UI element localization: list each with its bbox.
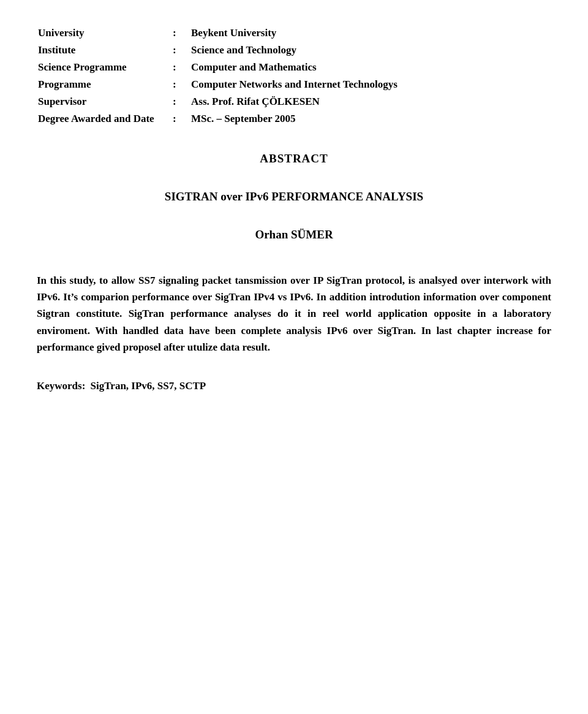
metadata-value: Computer and Mathematics — [190, 59, 551, 76]
metadata-row: Institute:Science and Technology — [37, 42, 551, 59]
metadata-value: Ass. Prof. Rifat ÇÖLKESEN — [190, 93, 551, 110]
metadata-row: Degree Awarded and Date:MSc. – September… — [37, 110, 551, 127]
metadata-value: Computer Networks and Internet Technolog… — [190, 76, 551, 93]
metadata-label: Institute — [37, 42, 172, 59]
metadata-row: University:Beykent University — [37, 25, 551, 42]
metadata-row: Supervisor:Ass. Prof. Rifat ÇÖLKESEN — [37, 93, 551, 110]
keywords: Keywords: SigTran, IPv6, SS7, SCTP — [37, 380, 551, 392]
metadata-colon: : — [172, 59, 190, 76]
metadata-colon: : — [172, 93, 190, 110]
abstract-body: In this study, to allow SS7 signaling pa… — [37, 272, 551, 355]
metadata-label: Supervisor — [37, 93, 172, 110]
metadata-row: Programme:Computer Networks and Internet… — [37, 76, 551, 93]
metadata-value: Science and Technology — [190, 42, 551, 59]
metadata-table: University:Beykent UniversityInstitute:S… — [37, 25, 551, 127]
abstract-section: ABSTRACT SIGTRAN over IPv6 PERFORMANCE A… — [37, 152, 551, 355]
metadata-colon: : — [172, 76, 190, 93]
keywords-values: SigTran, IPv6, SS7, SCTP — [91, 380, 206, 392]
metadata-label: Programme — [37, 76, 172, 93]
metadata-value: MSc. – September 2005 — [190, 110, 551, 127]
keywords-label: Keywords: — [37, 380, 85, 392]
abstract-title: ABSTRACT — [37, 152, 551, 165]
thesis-title: SIGTRAN over IPv6 PERFORMANCE ANALYSIS — [37, 190, 551, 203]
metadata-label: Science Programme — [37, 59, 172, 76]
metadata-colon: : — [172, 110, 190, 127]
metadata-label: University — [37, 25, 172, 42]
metadata-colon: : — [172, 42, 190, 59]
metadata-row: Science Programme:Computer and Mathemati… — [37, 59, 551, 76]
author-name: Orhan SÜMER — [37, 228, 551, 241]
metadata-value: Beykent University — [190, 25, 551, 42]
metadata-colon: : — [172, 25, 190, 42]
metadata-label: Degree Awarded and Date — [37, 110, 172, 127]
